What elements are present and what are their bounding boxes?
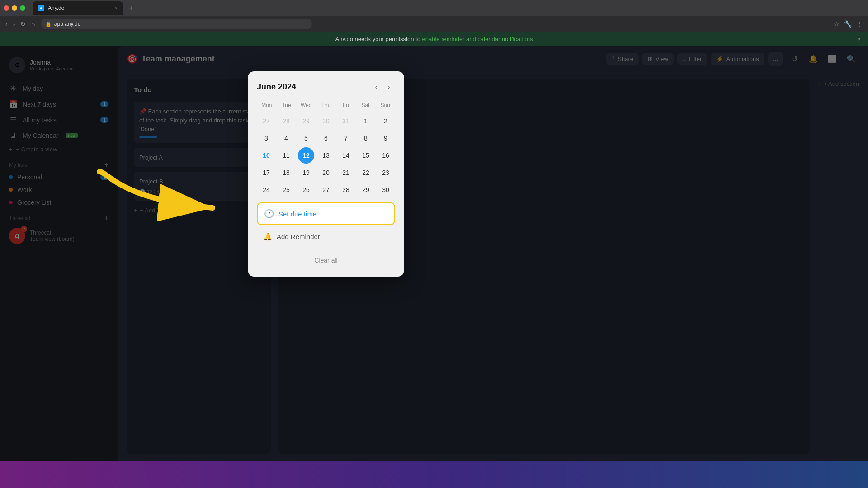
calendar-month-title: June 2024: [257, 82, 370, 92]
cal-day[interactable]: 14: [338, 147, 354, 164]
set-due-time-label: Set due time: [278, 210, 316, 218]
clear-all-button[interactable]: Clear all: [257, 253, 395, 267]
cal-day[interactable]: 29: [358, 182, 374, 198]
calendar-days: 27 28 29 30 31 1 2 3 4 5 6 7 8 9 10 11 1…: [257, 113, 395, 198]
tab-title: Any.do: [48, 5, 64, 11]
cal-day[interactable]: 29: [298, 113, 314, 129]
browser-actions: ☆ 🔧 ⋮: [834, 20, 863, 28]
cal-day[interactable]: 31: [338, 113, 354, 129]
url-text: app.any.do: [54, 21, 81, 27]
security-lock-icon: 🔒: [45, 21, 52, 27]
clock-icon: 🕐: [264, 209, 274, 219]
cal-day[interactable]: 18: [278, 164, 294, 181]
refresh-button[interactable]: ↻: [20, 20, 26, 28]
weekday-sat: Sat: [356, 100, 376, 110]
weekday-thu: Thu: [316, 100, 336, 110]
cal-day[interactable]: 6: [318, 130, 334, 146]
notification-link[interactable]: enable reminder and calendar notificatio…: [422, 36, 533, 42]
cal-day[interactable]: 13: [318, 147, 334, 164]
cal-day[interactable]: 8: [358, 130, 374, 146]
browser-chrome: A Any.do × + ‹ › ↻ ⌂ 🔒 app.any.do ☆ 🔧 ⋮: [0, 0, 868, 32]
window-close-btn[interactable]: [4, 5, 9, 11]
notification-close-icon[interactable]: ×: [857, 36, 861, 42]
home-button[interactable]: ⌂: [31, 20, 35, 28]
add-reminder-button[interactable]: 🔔 Add Reminder: [257, 228, 395, 245]
address-bar: ‹ › ↻ ⌂ 🔒 app.any.do ☆ 🔧 ⋮: [0, 16, 868, 32]
cal-day[interactable]: 9: [377, 130, 394, 146]
cal-day[interactable]: 27: [318, 182, 334, 198]
weekday-sun: Sun: [375, 100, 395, 110]
calendar-next-button[interactable]: ›: [382, 80, 395, 93]
forward-button[interactable]: ›: [13, 20, 15, 28]
cal-day[interactable]: 15: [358, 147, 374, 164]
cal-day[interactable]: 25: [278, 182, 294, 198]
window-controls: [4, 5, 25, 11]
window-maximize-btn[interactable]: [20, 5, 25, 11]
calendar-header: June 2024 ‹ ›: [257, 80, 395, 93]
bell-icon: 🔔: [263, 232, 272, 241]
weekday-tue: Tue: [277, 100, 297, 110]
url-bar[interactable]: 🔒 app.any.do: [41, 19, 312, 29]
cal-day[interactable]: 17: [258, 164, 274, 181]
cal-day[interactable]: 1: [358, 113, 374, 129]
clear-all-label: Clear all: [314, 257, 337, 264]
cal-day[interactable]: 28: [278, 113, 294, 129]
cal-day[interactable]: 28: [338, 182, 354, 198]
cal-day[interactable]: 3: [258, 130, 274, 146]
tab-close-icon[interactable]: ×: [115, 5, 118, 11]
cal-day[interactable]: 21: [338, 164, 354, 181]
calendar-weekdays: Mon Tue Wed Thu Fri Sat Sun: [257, 100, 395, 110]
add-reminder-label: Add Reminder: [277, 233, 320, 240]
cal-day[interactable]: 2: [377, 113, 394, 129]
weekday-mon: Mon: [257, 100, 277, 110]
cal-day-today[interactable]: 10: [258, 147, 274, 164]
cal-day[interactable]: 26: [298, 182, 314, 198]
cal-day[interactable]: 27: [258, 113, 274, 129]
tab-bar: A Any.do × +: [0, 0, 868, 16]
menu-icon[interactable]: ⋮: [856, 20, 863, 28]
weekday-wed: Wed: [296, 100, 316, 110]
cal-day[interactable]: 7: [338, 130, 354, 146]
cal-day[interactable]: 30: [377, 182, 394, 198]
cal-day[interactable]: 22: [358, 164, 374, 181]
modal-overlay: [0, 0, 868, 488]
weekday-fri: Fri: [336, 100, 356, 110]
cal-day[interactable]: 16: [377, 147, 394, 164]
cal-day[interactable]: 30: [318, 113, 334, 129]
new-tab-button[interactable]: +: [125, 2, 137, 14]
notification-text: Any.do needs your permission to: [335, 36, 420, 42]
cal-day[interactable]: 4: [278, 130, 294, 146]
bookmark-icon[interactable]: ☆: [834, 20, 840, 28]
tab-favicon: A: [38, 5, 44, 11]
window-minimize-btn[interactable]: [12, 5, 17, 11]
cal-day[interactable]: 23: [377, 164, 394, 181]
cal-day[interactable]: 19: [298, 164, 314, 181]
notification-banner: Any.do needs your permission to enable r…: [0, 32, 868, 46]
calendar-divider: [257, 249, 395, 249]
cal-day-selected[interactable]: 12: [298, 147, 314, 164]
set-due-time-button[interactable]: 🕐 Set due time: [257, 202, 395, 225]
cal-day[interactable]: 24: [258, 182, 274, 198]
active-tab[interactable]: A Any.do ×: [33, 1, 123, 15]
calendar-popup: June 2024 ‹ › Mon Tue Wed Thu Fri Sat Su…: [248, 71, 404, 277]
cal-day[interactable]: 5: [298, 130, 314, 146]
calendar-prev-button[interactable]: ‹: [370, 80, 382, 93]
cal-day[interactable]: 11: [278, 147, 294, 164]
cal-day[interactable]: 20: [318, 164, 334, 181]
back-button[interactable]: ‹: [5, 20, 8, 28]
extensions-icon[interactable]: 🔧: [844, 20, 852, 28]
